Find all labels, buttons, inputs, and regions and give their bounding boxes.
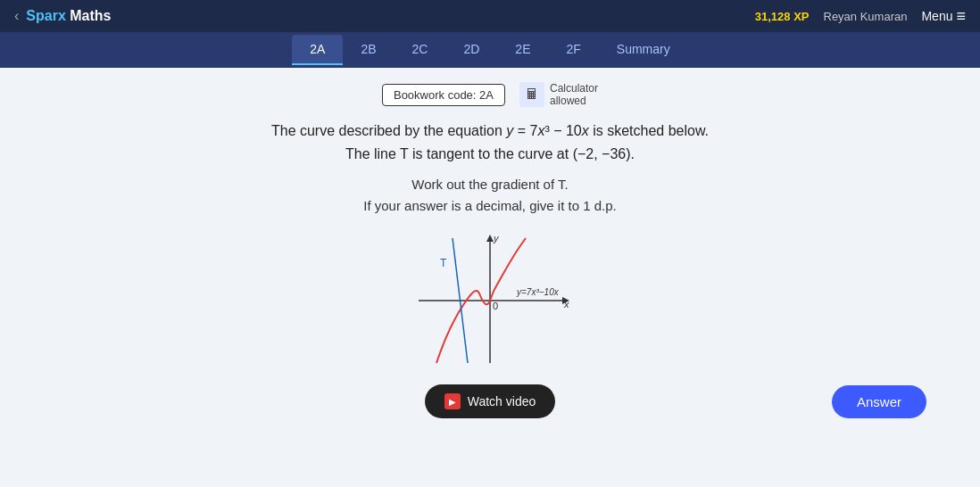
graph-area: y x 0 T y=7x³−10x [401,229,579,372]
work-text: Work out the gradient of T. If your answ… [363,174,616,217]
top-bar-right: 31,128 XP Reyan Kumaran Menu ≡ [755,7,966,26]
work-line1: Work out the gradient of T. [363,174,616,195]
tab-bar: 2A 2B 2C 2D 2E 2F Summary [0,32,980,68]
menu-label: Menu [921,9,952,23]
watch-video-button[interactable]: ▶ Watch video [425,384,556,418]
svg-text:y=7x³−10x: y=7x³−10x [516,287,560,297]
svg-text:x: x [563,299,569,310]
tab-2f[interactable]: 2F [548,35,598,65]
calculator-info: 🖩 Calculator allowed [519,82,598,107]
top-bar: ‹ Sparx Maths 31,128 XP Reyan Kumaran Me… [0,0,980,32]
question-text: The curve described by the equation y = … [271,120,709,165]
svg-text:T: T [440,257,447,269]
curve-graph: y x 0 T y=7x³−10x [401,229,579,372]
top-bar-left: ‹ Sparx Maths [14,8,111,24]
tab-summary[interactable]: Summary [599,35,688,65]
calculator-icon: 🖩 [519,82,544,107]
tab-2e[interactable]: 2E [497,35,548,65]
back-arrow-icon[interactable]: ‹ [14,8,19,24]
tab-2c[interactable]: 2C [394,35,446,65]
answer-button[interactable]: Answer [832,385,926,418]
tab-2b[interactable]: 2B [343,35,394,65]
calculator-allowed: allowed [550,95,598,107]
bookwork-badge: Bookwork code: 2A [382,84,505,106]
work-line2: If your answer is a decimal, give it to … [363,195,616,217]
svg-text:0: 0 [493,301,498,311]
logo: Sparx Maths [26,8,111,24]
watch-video-label: Watch video [468,394,536,409]
xp-badge: 31,128 XP [755,10,810,23]
bottom-row: ▶ Watch video Answer [18,384,962,418]
user-name: Reyan Kumaran [824,10,908,23]
svg-text:y: y [493,233,500,244]
bookwork-row: Bookwork code: 2A 🖩 Calculator allowed [382,82,598,107]
question-line1: The curve described by the equation y = … [271,120,709,143]
question-line2: The line T is tangent to the curve at (−… [271,143,709,166]
calculator-label: Calculator [550,82,598,95]
tab-2a[interactable]: 2A [292,35,343,65]
calculator-status: Calculator allowed [550,82,598,107]
main-content: Bookwork code: 2A 🖩 Calculator allowed T… [0,68,980,487]
play-icon: ▶ [444,393,461,409]
tab-2d[interactable]: 2D [445,35,497,65]
svg-marker-2 [486,235,494,242]
menu-button[interactable]: Menu ≡ [921,7,966,26]
hamburger-icon: ≡ [956,7,966,26]
